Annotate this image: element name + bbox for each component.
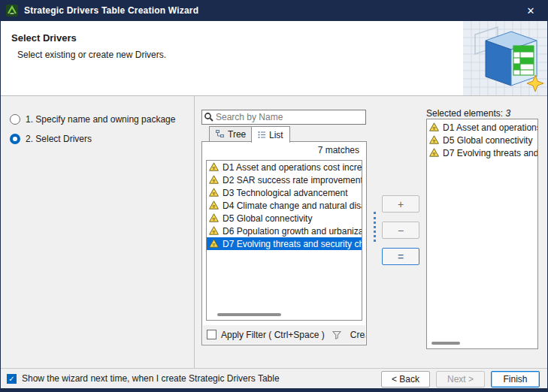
horizontal-scrollbar[interactable]: [428, 340, 536, 347]
remove-button[interactable]: −: [382, 222, 419, 239]
titlebar[interactable]: Strategic Drivers Table Creation Wizard …: [0, 0, 548, 21]
wizard-window: Strategic Drivers Table Creation Wizard …: [0, 0, 548, 392]
tab-tree-label: Tree: [228, 129, 246, 140]
show-again-option[interactable]: ✓ Show the wizard next time, when I crea…: [7, 373, 280, 384]
available-drivers-panel: 7 matches D1 Asset and operations cost i…: [201, 141, 367, 345]
wizard-illustration-image: [463, 21, 547, 95]
search-box[interactable]: [201, 110, 366, 125]
tab-list-label: List: [269, 130, 283, 140]
next-button: Next >: [436, 371, 485, 387]
scrollbar-thumb[interactable]: [431, 342, 460, 345]
apply-filter-label: Apply Filter ( Ctrl+Space ): [221, 330, 325, 340]
horizontal-scrollbar[interactable]: [208, 312, 360, 318]
list-item[interactable]: D6 Population growth and urbanization: [207, 225, 362, 237]
driver-icon: [429, 122, 440, 132]
list-item-selected[interactable]: D7 Evolving threats and security challen…: [207, 237, 362, 250]
radio-step-1[interactable]: [10, 114, 20, 125]
selected-item-label: D1 Asset and operations cost increase: [443, 122, 537, 133]
driver-icon: [209, 226, 220, 236]
radio-step-2[interactable]: [10, 134, 20, 144]
step-2-option[interactable]: 2. Select Drivers: [10, 132, 92, 146]
add-button[interactable]: +: [382, 195, 419, 213]
list-item[interactable]: D2 SAR success rate improvement: [207, 173, 362, 186]
page-subtitle: Select existing or create new Drivers.: [17, 50, 166, 60]
back-button[interactable]: < Back: [381, 371, 430, 387]
tree-icon: [216, 130, 225, 138]
page-title: Select Drivers: [11, 32, 77, 44]
list-item-label: D4 Climate change and natural disasters: [223, 201, 362, 211]
wizard-header: Select Drivers Select existing or create…: [1, 21, 547, 96]
selected-item-label: D7 Evolving threats and security challen…: [443, 148, 537, 158]
driver-icon: [209, 188, 220, 198]
show-again-checkbox[interactable]: ✓: [7, 374, 17, 384]
splitter-handle[interactable]: [374, 212, 376, 242]
filter-funnel-icon: [332, 330, 341, 339]
driver-icon: [429, 135, 440, 145]
filter-bar: Apply Filter ( Ctrl+Space ) Create: [203, 325, 365, 344]
list-item-label: D1 Asset and operations cost increase: [223, 162, 362, 173]
list-item-label: D7 Evolving threats and security challen…: [223, 239, 362, 249]
selected-item-label: D5 Global connectivity: [443, 135, 532, 146]
selected-elements-label: Selected elements: 3: [426, 108, 510, 119]
list-item-label: D6 Population growth and urbanization: [223, 226, 362, 237]
step-1-label: 1. Specify name and owning package: [26, 114, 175, 125]
list-item[interactable]: D5 Global connectivity: [207, 212, 362, 225]
available-drivers-list[interactable]: D1 Asset and operations cost increase D2…: [206, 160, 362, 321]
window-title: Strategic Drivers Table Creation Wizard: [24, 5, 519, 16]
show-again-label: Show the wizard next time, when I create…: [22, 373, 280, 384]
driver-icon: [429, 148, 440, 158]
footer-bar: ✓ Show the wizard next time, when I crea…: [1, 368, 547, 388]
app-logo-icon: [6, 5, 18, 17]
replace-button[interactable]: =: [382, 248, 419, 265]
tab-tree[interactable]: Tree: [209, 126, 253, 142]
list-item[interactable]: D4 Climate change and natural disasters: [207, 199, 362, 212]
close-icon[interactable]: ✕: [519, 2, 542, 20]
selected-elements-count: 3: [505, 108, 510, 119]
selected-item[interactable]: D7 Evolving threats and security challen…: [427, 146, 537, 159]
list-item[interactable]: D3 Technological advancement: [207, 186, 362, 199]
search-icon: [204, 112, 216, 122]
driver-icon: [209, 175, 220, 185]
driver-icon: [209, 213, 220, 223]
create-link[interactable]: Create: [350, 330, 365, 340]
step-2-label: 2. Select Drivers: [26, 134, 92, 144]
finish-button[interactable]: Finish: [491, 371, 540, 387]
driver-icon: [209, 162, 220, 172]
dialog-body: Select Drivers Select existing or create…: [1, 21, 547, 388]
matches-count: 7 matches: [318, 145, 359, 155]
driver-icon: [209, 201, 220, 210]
selected-item[interactable]: D5 Global connectivity: [427, 134, 537, 146]
selected-item[interactable]: D1 Asset and operations cost increase: [427, 121, 537, 134]
scrollbar-thumb[interactable]: [217, 313, 281, 316]
search-input[interactable]: [216, 111, 365, 123]
list-icon: [258, 131, 266, 139]
list-item-label: D5 Global connectivity: [223, 213, 312, 224]
driver-icon: [209, 239, 220, 249]
steps-panel: 1. Specify name and owning package 2. Se…: [1, 96, 195, 368]
tab-list[interactable]: List: [251, 126, 290, 143]
step-1-option[interactable]: 1. Specify name and owning package: [10, 113, 175, 126]
apply-filter-checkbox[interactable]: [207, 330, 216, 339]
selected-elements-text: Selected elements:: [426, 108, 503, 119]
list-item-label: D2 SAR success rate improvement: [223, 175, 362, 185]
list-item[interactable]: D1 Asset and operations cost increase: [207, 161, 362, 173]
selected-elements-list[interactable]: D1 Asset and operations cost increase D5…: [426, 119, 538, 349]
list-item-label: D3 Technological advancement: [223, 188, 348, 198]
